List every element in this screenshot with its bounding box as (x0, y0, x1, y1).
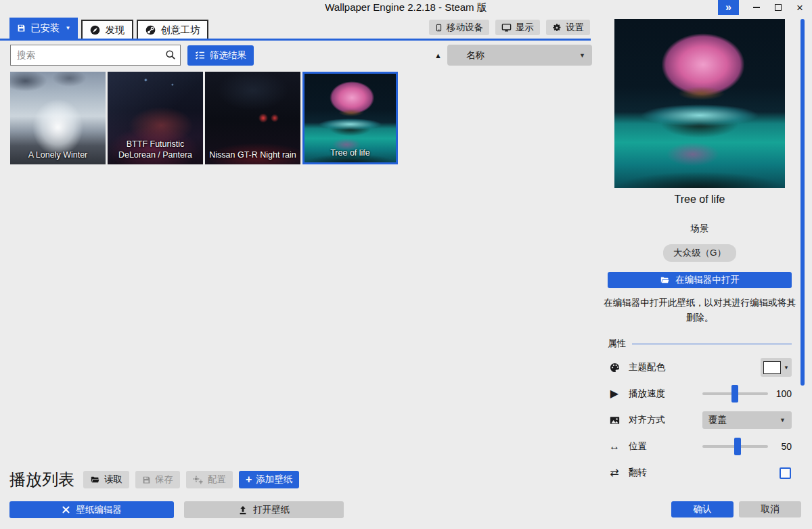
gear-icon (552, 23, 562, 32)
phone-icon (435, 23, 443, 32)
position-row: ↔ 位置 50 (608, 437, 792, 456)
horizontal-arrows-icon: ↔ (608, 441, 621, 452)
folder-open-icon (90, 476, 100, 484)
color-swatch-white (763, 361, 781, 374)
playlist-save-button[interactable]: 保存 (135, 471, 180, 488)
slider-thumb[interactable] (731, 385, 738, 402)
swap-arrows-icon: ⇄ (608, 467, 621, 478)
search-icon (165, 49, 176, 60)
editor-description: 在编辑器中打开此壁纸，以对其进行编辑或将其删除。 (604, 296, 796, 325)
tab-workshop[interactable]: 创意工坊 (137, 20, 208, 39)
crossed-tools-icon (62, 505, 70, 514)
wallpaper-editor-label: 壁纸编辑器 (76, 504, 122, 516)
top-actions: 移动设备 显示 设置 (429, 20, 590, 35)
open-in-editor-label: 在编辑器中打开 (675, 274, 740, 286)
rating-row: 大众级（G） (608, 244, 792, 262)
flip-label: 翻转 (629, 467, 647, 479)
tab-underline (0, 39, 591, 41)
add-wallpaper-label: 添加壁纸 (256, 474, 292, 486)
app-window: Wallpaper Engine 2.2.18 - Steam 版 » × 已安… (0, 0, 812, 529)
disk-icon (17, 24, 26, 32)
alignment-dropdown[interactable]: 覆盖 ▼ (702, 411, 792, 429)
position-label: 位置 (629, 440, 647, 453)
confirm-row: 确认 取消 (671, 501, 801, 518)
search-row: 筛选结果 ▲ 名称 ▼ (10, 45, 592, 66)
maximize-icon (775, 4, 782, 11)
slider-thumb[interactable] (734, 438, 741, 455)
gears-icon (193, 476, 204, 484)
mobile-device-label: 移动设备 (447, 22, 483, 34)
tab-discover[interactable]: 发现 (81, 20, 133, 39)
display-label: 显示 (516, 22, 534, 34)
wallpaper-title: BTTF Futuristic DeLorean / Pantera (110, 139, 201, 161)
sort-dropdown[interactable]: 名称 ▼ (447, 45, 592, 66)
display-button[interactable]: 显示 (495, 20, 540, 35)
minimize-button[interactable] (746, 0, 767, 15)
minimize-icon (753, 7, 760, 8)
detail-title: Tree of life (608, 193, 792, 206)
maximize-button[interactable] (767, 0, 789, 15)
wallpaper-thumbnail-lonely-winter[interactable]: A Lonely Winter (10, 72, 106, 164)
filter-results-button[interactable]: 筛选结果 (187, 45, 254, 66)
theme-color-row: 主题配色 ▼ (608, 358, 792, 377)
mobile-device-button[interactable]: 移动设备 (429, 20, 489, 35)
cancel-button[interactable]: 取消 (739, 501, 801, 518)
alignment-row: 对齐方式 覆盖 ▼ (608, 411, 792, 430)
play-icon: ▶ (608, 388, 621, 399)
theme-color-label: 主题配色 (629, 361, 665, 373)
playlist-configure-label: 配置 (208, 474, 226, 486)
close-button[interactable]: × (789, 0, 811, 15)
tab-installed[interactable]: 已安装 ▼ (9, 18, 78, 39)
playback-speed-row: ▶ 播放速度 100 (608, 384, 792, 403)
disk-icon (142, 476, 151, 484)
sort-ascending-button[interactable]: ▲ (429, 51, 447, 60)
chevron-down-icon: ▼ (66, 25, 71, 31)
playlist-configure-button[interactable]: 配置 (186, 471, 233, 488)
open-wallpaper-button[interactable]: 打开壁纸 (184, 501, 344, 518)
alignment-value: 覆盖 (708, 414, 727, 426)
wallpaper-title: Tree of life (307, 147, 394, 158)
chevron-down-icon: ▼ (780, 417, 786, 423)
main-tabs: 已安装 ▼ 发现 创意工坊 (9, 18, 208, 39)
palette-icon (608, 363, 621, 373)
wallpaper-grid: A Lonely Winter BTTF Futuristic DeLorean… (10, 72, 398, 164)
settings-button[interactable]: 设置 (546, 20, 590, 35)
flip-checkbox[interactable] (780, 467, 791, 479)
tab-label: 发现 (105, 24, 125, 37)
collapse-panel-button[interactable]: » (718, 0, 739, 15)
playlist-save-label: 保存 (155, 474, 173, 486)
add-wallpaper-button[interactable]: + 添加壁纸 (239, 471, 299, 488)
theme-color-picker[interactable]: ▼ (761, 358, 792, 377)
open-wallpaper-label: 打开壁纸 (253, 504, 290, 516)
image-icon (608, 415, 621, 426)
playback-speed-label: 播放速度 (629, 388, 665, 400)
playlist-header: 播放列表 (9, 469, 74, 490)
filter-results-label: 筛选结果 (210, 49, 246, 62)
bottom-actions: 壁纸编辑器 打开壁纸 (9, 501, 344, 518)
plus-icon: + (246, 474, 252, 485)
sort-dropdown-value: 名称 (466, 49, 484, 62)
position-slider[interactable] (702, 437, 768, 456)
wallpaper-thumbnail-bttf-delorean[interactable]: BTTF Futuristic DeLorean / Pantera (108, 72, 203, 164)
playlist-load-button[interactable]: 读取 (83, 471, 129, 488)
close-icon: × (796, 2, 803, 14)
wallpaper-thumbnail-nissan-gtr[interactable]: Nissan GT-R Night rain (205, 72, 300, 164)
confirm-button[interactable]: 确认 (671, 501, 734, 518)
window-controls: » × (718, 0, 811, 15)
steam-icon (145, 25, 156, 35)
playback-speed-slider[interactable] (702, 384, 768, 403)
filter-list-icon (195, 50, 205, 60)
chevron-down-icon: ▼ (784, 365, 789, 371)
open-in-editor-button[interactable]: 在编辑器中打开 (608, 272, 792, 288)
search-input[interactable] (10, 45, 181, 66)
settings-label: 设置 (566, 22, 584, 34)
playback-speed-value: 100 (775, 388, 792, 399)
wallpaper-title: Nissan GT-R Night rain (207, 150, 298, 160)
panel-scrollbar[interactable] (800, 19, 805, 386)
window-title: Wallpaper Engine 2.2.18 - Steam 版 (0, 0, 812, 14)
title-bar: Wallpaper Engine 2.2.18 - Steam 版 » × (0, 0, 812, 15)
wallpaper-thumbnail-tree-of-life-selected[interactable]: Tree of life (302, 72, 398, 164)
compass-icon (90, 25, 100, 35)
playlist-load-label: 读取 (104, 474, 122, 486)
wallpaper-editor-button[interactable]: 壁纸编辑器 (9, 501, 174, 518)
